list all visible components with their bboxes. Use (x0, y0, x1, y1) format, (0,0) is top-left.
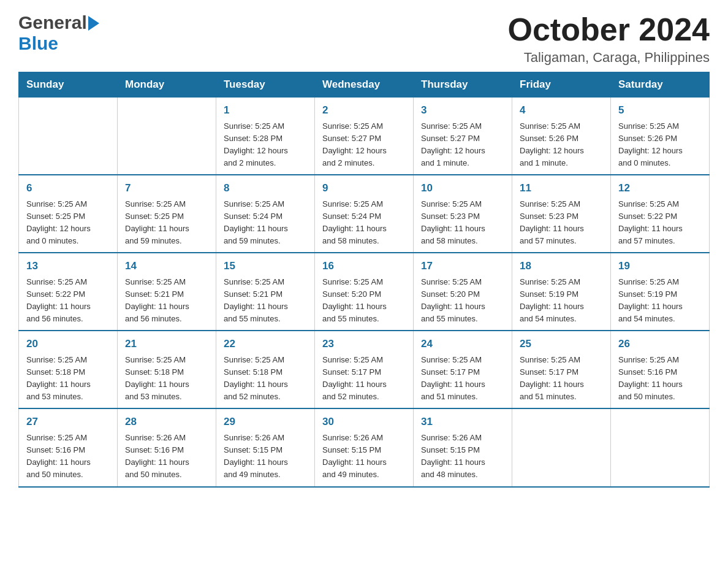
day-number: 5 (618, 102, 702, 118)
day-info: Sunrise: 5:25 AMSunset: 5:21 PMDaylight:… (224, 276, 307, 326)
day-number: 26 (618, 336, 702, 352)
calendar-cell: 8Sunrise: 5:25 AMSunset: 5:24 PMDaylight… (216, 175, 315, 253)
day-number: 21 (125, 336, 208, 352)
day-info: Sunrise: 5:25 AMSunset: 5:25 PMDaylight:… (125, 198, 208, 248)
calendar-cell: 17Sunrise: 5:25 AMSunset: 5:20 PMDayligh… (414, 253, 512, 331)
calendar-cell: 30Sunrise: 5:26 AMSunset: 5:15 PMDayligh… (315, 408, 414, 486)
page-header: General Blue October 2024 Taligaman, Car… (18, 12, 710, 66)
day-number: 2 (322, 102, 406, 118)
day-info: Sunrise: 5:25 AMSunset: 5:25 PMDaylight:… (26, 198, 110, 248)
day-number: 31 (421, 414, 504, 430)
day-info: Sunrise: 5:25 AMSunset: 5:24 PMDaylight:… (322, 198, 406, 248)
day-info: Sunrise: 5:25 AMSunset: 5:22 PMDaylight:… (618, 198, 702, 248)
day-number: 10 (421, 180, 504, 196)
calendar-cell: 20Sunrise: 5:25 AMSunset: 5:18 PMDayligh… (19, 331, 118, 408)
day-info: Sunrise: 5:25 AMSunset: 5:20 PMDaylight:… (421, 276, 504, 326)
day-info: Sunrise: 5:25 AMSunset: 5:27 PMDaylight:… (421, 120, 504, 170)
day-number: 4 (520, 102, 603, 118)
day-info: Sunrise: 5:25 AMSunset: 5:27 PMDaylight:… (322, 120, 406, 170)
logo-arrow-icon (88, 16, 99, 31)
calendar-cell: 4Sunrise: 5:25 AMSunset: 5:26 PMDaylight… (512, 98, 611, 175)
calendar-cell: 3Sunrise: 5:25 AMSunset: 5:27 PMDaylight… (414, 98, 512, 175)
day-info: Sunrise: 5:25 AMSunset: 5:23 PMDaylight:… (520, 198, 603, 248)
day-number: 13 (26, 258, 110, 274)
day-number: 28 (125, 414, 208, 430)
day-number: 23 (322, 336, 406, 352)
calendar-week-row: 6Sunrise: 5:25 AMSunset: 5:25 PMDaylight… (19, 175, 710, 253)
logo-general-text: General (18, 12, 87, 33)
day-info: Sunrise: 5:25 AMSunset: 5:26 PMDaylight:… (618, 120, 702, 170)
calendar-cell: 6Sunrise: 5:25 AMSunset: 5:25 PMDaylight… (19, 175, 118, 253)
calendar-cell: 1Sunrise: 5:25 AMSunset: 5:28 PMDaylight… (216, 98, 315, 175)
calendar-cell: 10Sunrise: 5:25 AMSunset: 5:23 PMDayligh… (414, 175, 512, 253)
day-number: 8 (224, 180, 307, 196)
day-number: 9 (322, 180, 406, 196)
day-info: Sunrise: 5:25 AMSunset: 5:20 PMDaylight:… (322, 276, 406, 326)
calendar-cell: 31Sunrise: 5:26 AMSunset: 5:15 PMDayligh… (414, 408, 512, 486)
calendar-table: SundayMondayTuesdayWednesdayThursdayFrid… (18, 72, 710, 487)
calendar-cell: 16Sunrise: 5:25 AMSunset: 5:20 PMDayligh… (315, 253, 414, 331)
day-info: Sunrise: 5:26 AMSunset: 5:15 PMDaylight:… (421, 432, 504, 481)
calendar-cell: 18Sunrise: 5:25 AMSunset: 5:19 PMDayligh… (512, 253, 611, 331)
calendar-week-row: 27Sunrise: 5:25 AMSunset: 5:16 PMDayligh… (19, 408, 710, 486)
day-number: 20 (26, 336, 110, 352)
calendar-cell: 7Sunrise: 5:25 AMSunset: 5:25 PMDaylight… (118, 175, 216, 253)
day-info: Sunrise: 5:26 AMSunset: 5:16 PMDaylight:… (125, 432, 208, 481)
weekday-header-thursday: Thursday (414, 72, 512, 98)
day-info: Sunrise: 5:25 AMSunset: 5:23 PMDaylight:… (421, 198, 504, 248)
day-info: Sunrise: 5:25 AMSunset: 5:16 PMDaylight:… (618, 354, 702, 404)
day-info: Sunrise: 5:25 AMSunset: 5:19 PMDaylight:… (520, 276, 603, 326)
calendar-cell: 26Sunrise: 5:25 AMSunset: 5:16 PMDayligh… (611, 331, 710, 408)
calendar-week-row: 13Sunrise: 5:25 AMSunset: 5:22 PMDayligh… (19, 253, 710, 331)
calendar-cell: 25Sunrise: 5:25 AMSunset: 5:17 PMDayligh… (512, 331, 611, 408)
logo: General Blue (18, 12, 99, 54)
day-info: Sunrise: 5:25 AMSunset: 5:18 PMDaylight:… (224, 354, 307, 404)
day-info: Sunrise: 5:25 AMSunset: 5:28 PMDaylight:… (224, 120, 307, 170)
day-info: Sunrise: 5:25 AMSunset: 5:24 PMDaylight:… (224, 198, 307, 248)
day-info: Sunrise: 5:25 AMSunset: 5:21 PMDaylight:… (125, 276, 208, 326)
weekday-header-saturday: Saturday (611, 72, 710, 98)
calendar-cell: 14Sunrise: 5:25 AMSunset: 5:21 PMDayligh… (118, 253, 216, 331)
calendar-cell (611, 408, 710, 486)
calendar-cell: 13Sunrise: 5:25 AMSunset: 5:22 PMDayligh… (19, 253, 118, 331)
day-number: 17 (421, 258, 504, 274)
day-info: Sunrise: 5:25 AMSunset: 5:22 PMDaylight:… (26, 276, 110, 326)
calendar-cell: 15Sunrise: 5:25 AMSunset: 5:21 PMDayligh… (216, 253, 315, 331)
calendar-cell: 24Sunrise: 5:25 AMSunset: 5:17 PMDayligh… (414, 331, 512, 408)
weekday-header-row: SundayMondayTuesdayWednesdayThursdayFrid… (19, 72, 710, 98)
day-number: 24 (421, 336, 504, 352)
calendar-cell: 5Sunrise: 5:25 AMSunset: 5:26 PMDaylight… (611, 98, 710, 175)
day-info: Sunrise: 5:26 AMSunset: 5:15 PMDaylight:… (224, 432, 307, 481)
day-number: 19 (618, 258, 702, 274)
calendar-cell: 11Sunrise: 5:25 AMSunset: 5:23 PMDayligh… (512, 175, 611, 253)
day-number: 14 (125, 258, 208, 274)
calendar-week-row: 1Sunrise: 5:25 AMSunset: 5:28 PMDaylight… (19, 98, 710, 175)
calendar-cell (512, 408, 611, 486)
day-info: Sunrise: 5:25 AMSunset: 5:17 PMDaylight:… (520, 354, 603, 404)
day-number: 11 (520, 180, 603, 196)
day-info: Sunrise: 5:25 AMSunset: 5:19 PMDaylight:… (618, 276, 702, 326)
day-info: Sunrise: 5:25 AMSunset: 5:18 PMDaylight:… (125, 354, 208, 404)
day-info: Sunrise: 5:25 AMSunset: 5:26 PMDaylight:… (520, 120, 603, 170)
weekday-header-monday: Monday (118, 72, 216, 98)
day-number: 29 (224, 414, 307, 430)
day-info: Sunrise: 5:25 AMSunset: 5:16 PMDaylight:… (26, 432, 110, 481)
calendar-week-row: 20Sunrise: 5:25 AMSunset: 5:18 PMDayligh… (19, 331, 710, 408)
calendar-cell: 28Sunrise: 5:26 AMSunset: 5:16 PMDayligh… (118, 408, 216, 486)
day-number: 30 (322, 414, 406, 430)
calendar-cell: 23Sunrise: 5:25 AMSunset: 5:17 PMDayligh… (315, 331, 414, 408)
day-number: 12 (618, 180, 702, 196)
calendar-cell: 9Sunrise: 5:25 AMSunset: 5:24 PMDaylight… (315, 175, 414, 253)
title-area: October 2024 Taligaman, Caraga, Philippi… (508, 12, 710, 66)
weekday-header-wednesday: Wednesday (315, 72, 414, 98)
logo-blue-text: Blue (18, 33, 58, 54)
day-number: 1 (224, 102, 307, 118)
calendar-cell: 19Sunrise: 5:25 AMSunset: 5:19 PMDayligh… (611, 253, 710, 331)
weekday-header-friday: Friday (512, 72, 611, 98)
day-info: Sunrise: 5:25 AMSunset: 5:17 PMDaylight:… (322, 354, 406, 404)
weekday-header-sunday: Sunday (19, 72, 118, 98)
day-info: Sunrise: 5:25 AMSunset: 5:17 PMDaylight:… (421, 354, 504, 404)
month-title: October 2024 (508, 12, 710, 47)
day-number: 25 (520, 336, 603, 352)
calendar-cell: 21Sunrise: 5:25 AMSunset: 5:18 PMDayligh… (118, 331, 216, 408)
